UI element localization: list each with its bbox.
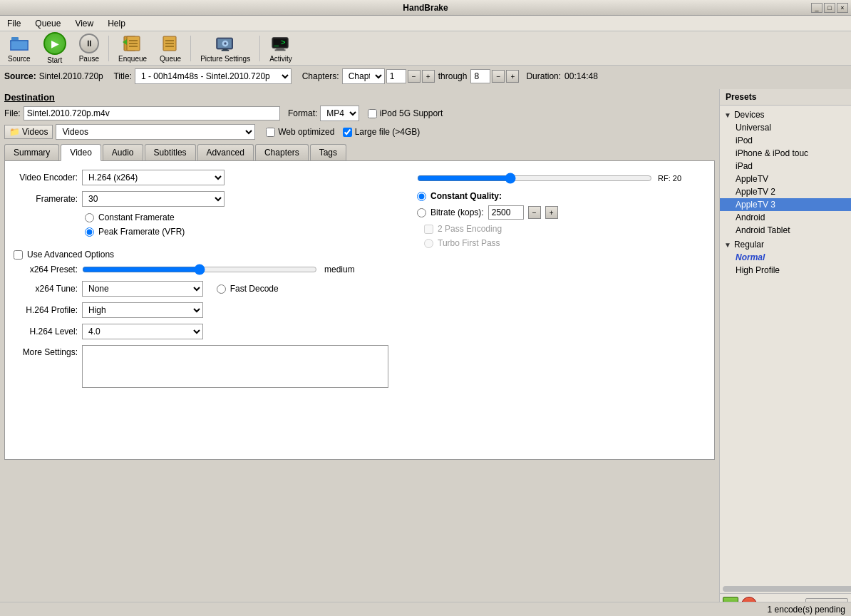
x264-tune-select[interactable]: None (82, 281, 203, 297)
framerate-select[interactable]: 30 (82, 191, 225, 207)
preset-iphone-ipod-touch[interactable]: iPhone & iPod touc (720, 147, 851, 160)
preset-high-profile[interactable]: High Profile (720, 264, 851, 277)
framerate-label: Framerate: (14, 194, 78, 204)
pause-label: Pause (79, 55, 99, 63)
preset-appletv-2[interactable]: AppleTV 2 (720, 185, 851, 198)
chapters-start-input[interactable]: 1 (386, 69, 406, 83)
menu-view[interactable]: View (71, 17, 98, 30)
preset-android[interactable]: Android (720, 211, 851, 224)
folder-select[interactable]: Videos (56, 124, 255, 140)
preset-group-regular-header[interactable]: ▼ Regular (720, 238, 851, 251)
tab-audio[interactable]: Audio (103, 144, 143, 160)
chapters-end-minus[interactable]: − (492, 70, 505, 83)
menu-file[interactable]: File (3, 17, 25, 30)
tab-summary[interactable]: Summary (4, 144, 59, 160)
start-button[interactable]: ▶ Start (38, 29, 71, 67)
close-button[interactable]: × (837, 3, 848, 13)
tabs-container: Summary Video Audio Subtitles Advanced C… (4, 144, 715, 160)
status-text: 1 encode(s) pending (768, 605, 845, 615)
collapse-devices-icon: ▼ (724, 111, 731, 119)
use-advanced-checkbox[interactable] (14, 250, 23, 260)
constant-quality-radio[interactable] (417, 192, 426, 201)
encoder-select[interactable]: H.264 (x264) (82, 170, 225, 185)
window-controls[interactable]: _ □ × (811, 3, 848, 13)
folder-browse-button[interactable]: 📁 Videos (4, 125, 53, 139)
file-input[interactable]: Sintel.2010.720p.m4v (24, 106, 280, 120)
preset-universal[interactable]: Universal (720, 121, 851, 134)
framerate-row: Framerate: 30 (14, 191, 388, 207)
web-optimized-checkbox[interactable] (266, 128, 275, 137)
preset-appletv-3[interactable]: AppleTV 3 (720, 198, 851, 211)
h264-level-select[interactable]: 4.0 (82, 324, 203, 339)
preset-android-tablet[interactable]: Android Tablet (720, 224, 851, 237)
picture-settings-button[interactable]: Picture Settings (195, 31, 255, 66)
presets-panel: Presets ▼ Devices Universal iPod iPhone … (719, 89, 851, 615)
chapters-end-input[interactable]: 8 (470, 69, 490, 83)
title-select[interactable]: 1 - 00h14m48s - Sintel.2010.720p (135, 68, 292, 84)
separator-2 (190, 36, 191, 61)
picture-settings-label: Picture Settings (200, 55, 250, 63)
regular-group-label: Regular (734, 240, 764, 250)
activity-button[interactable]: _ > Activity (264, 31, 297, 66)
preset-ipad[interactable]: iPad (720, 160, 851, 173)
h264-level-label: H.264 Level: (14, 327, 78, 337)
bitrate-minus[interactable]: − (528, 206, 541, 219)
devices-group-label: Devices (734, 110, 765, 120)
use-advanced-row: Use Advanced Options (14, 250, 388, 260)
presets-tree: ▼ Devices Universal iPod iPhone & iPod t… (720, 106, 851, 585)
chapters-start-minus[interactable]: − (408, 70, 421, 83)
preset-ipod[interactable]: iPod (720, 134, 851, 147)
preset-group-devices-header[interactable]: ▼ Devices (720, 108, 851, 121)
preset-normal[interactable]: Normal (720, 251, 851, 264)
preset-group-regular: ▼ Regular Normal High Profile (720, 238, 851, 277)
tab-tags[interactable]: Tags (310, 144, 346, 160)
rf-slider[interactable] (417, 173, 652, 184)
video-tab-content: Video Encoder: H.264 (x264) Framerate: 3… (4, 160, 715, 460)
h264-profile-select[interactable]: High (82, 302, 203, 318)
activity-icon: _ > (271, 34, 291, 53)
ipod-5g-checkbox[interactable] (368, 109, 377, 118)
svg-point-17 (224, 42, 227, 45)
chapters-end-plus[interactable]: + (506, 70, 519, 83)
folder-icon: 📁 (9, 127, 20, 137)
two-pass-checkbox[interactable] (424, 225, 433, 234)
tab-advanced[interactable]: Advanced (197, 144, 254, 160)
bitrate-radio[interactable] (417, 208, 426, 217)
source-button[interactable]: Source (3, 31, 36, 66)
more-settings-textarea[interactable] (82, 345, 388, 388)
constant-quality-row: Constant Quality: (417, 191, 706, 201)
presets-scrollbar[interactable] (723, 586, 851, 592)
chapters-dropdown[interactable]: Chapters: (342, 68, 385, 84)
tab-chapters[interactable]: Chapters (255, 144, 309, 160)
tab-subtitles[interactable]: Subtitles (145, 144, 196, 160)
format-select[interactable]: MP4 (320, 106, 359, 121)
start-label: Start (47, 56, 62, 64)
large-file-checkbox[interactable] (343, 128, 352, 137)
presets-header: Presets (720, 89, 851, 106)
menu-queue[interactable]: Queue (31, 17, 65, 30)
bitrate-plus[interactable]: + (545, 206, 558, 219)
constant-framerate-radio[interactable] (85, 213, 94, 222)
activity-label: Activity (269, 55, 292, 63)
tab-video[interactable]: Video (61, 144, 100, 161)
encoder-label: Video Encoder: (14, 173, 78, 183)
preset-appletv[interactable]: AppleTV (720, 173, 851, 185)
x264-preset-slider[interactable] (82, 264, 317, 275)
queue-button[interactable]: Queue (155, 31, 186, 66)
turbo-first-pass-radio[interactable] (424, 239, 433, 248)
fast-decode-radio[interactable] (217, 284, 226, 294)
bitrate-input[interactable] (488, 205, 524, 220)
enqueue-label: Enqueue (118, 55, 147, 63)
peak-framerate-radio[interactable] (85, 227, 94, 237)
title-label-text: Title: (113, 71, 132, 81)
two-pass-row: 2 Pass Encoding (424, 224, 706, 234)
collapse-regular-icon: ▼ (724, 241, 731, 249)
chapters-start-plus[interactable]: + (422, 70, 435, 83)
enqueue-button[interactable]: Enqueue (113, 31, 152, 66)
menu-help[interactable]: Help (103, 17, 130, 30)
maximize-button[interactable]: □ (824, 3, 835, 13)
pause-button[interactable]: ⏸ Pause (74, 31, 104, 66)
more-settings-row: More Settings: (14, 345, 388, 388)
minimize-button[interactable]: _ (811, 3, 822, 13)
queue-label: Queue (160, 55, 181, 63)
